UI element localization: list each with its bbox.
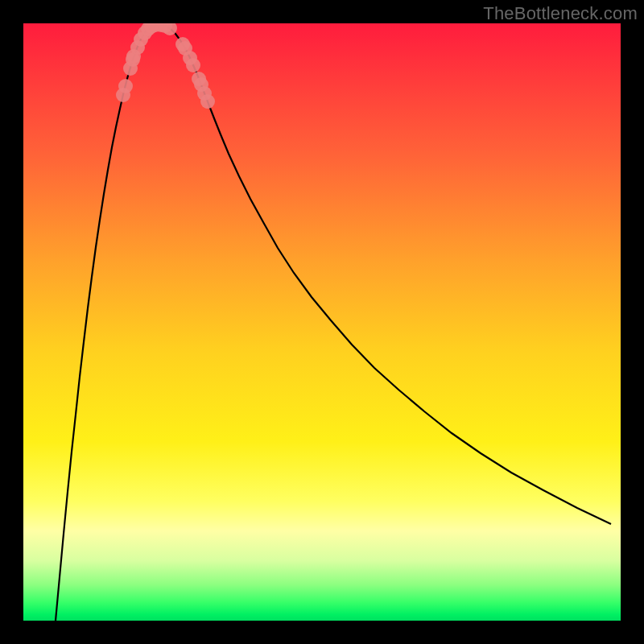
bottleneck-curve	[56, 24, 611, 621]
chart-frame: TheBottleneck.com	[0, 0, 644, 644]
bead-markers	[116, 23, 215, 109]
watermark-text: TheBottleneck.com	[483, 3, 638, 24]
plot-area	[23, 23, 621, 621]
bead-marker	[118, 79, 133, 93]
bead-marker	[200, 94, 215, 109]
bead-marker	[186, 58, 200, 72]
curve-layer	[23, 23, 621, 621]
